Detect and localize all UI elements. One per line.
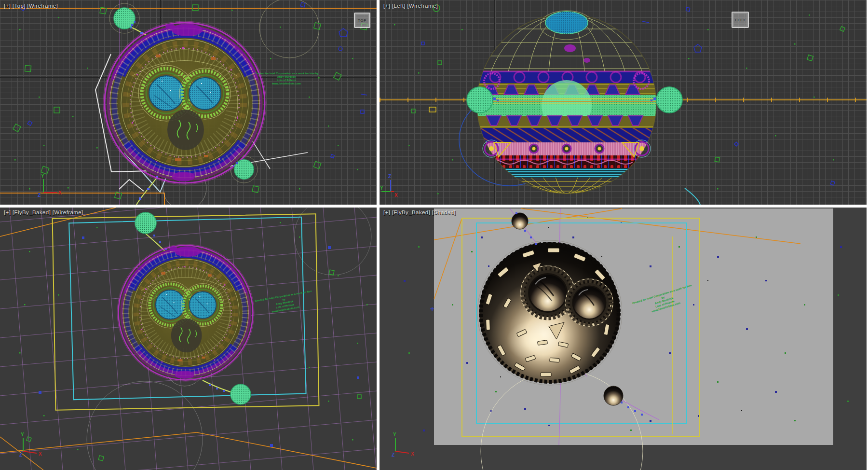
axis-tripod-icon: Z Y X <box>380 172 413 201</box>
axis-x-label: X <box>394 193 398 198</box>
viewport-left-wireframe[interactable]: [+] [Left] [Wireframe] LEFT Z Y X <box>380 0 867 205</box>
watermark-line: www.lotsofrobots.com <box>253 82 320 85</box>
axis-z-label: Z <box>19 452 22 458</box>
axis-z-label: Z <box>388 174 391 179</box>
watermark-line: Created for Intel Corporation as a work … <box>253 72 320 75</box>
viewport-label-flyby-wireframe[interactable]: [+] [FlyBy_Baked] [Wireframe] <box>4 209 83 215</box>
axis-tripod-icon: Y X Z <box>382 430 425 464</box>
axis-y-label: Y <box>21 432 24 437</box>
viewport-label-top[interactable]: [+] [Top] [Wireframe] <box>4 3 58 9</box>
viewport-label-left[interactable]: [+] [Left] [Wireframe] <box>383 3 438 9</box>
viewport-canvas: [+] [Top] [Wireframe] TOP Created for In… <box>0 0 868 472</box>
left-view-scene <box>380 0 867 205</box>
flyby-wireframe-scene <box>0 208 377 470</box>
viewcube-face-label: TOP <box>358 18 366 23</box>
axis-z-label: Z <box>392 452 394 458</box>
axis-tripod-icon: Y X Z <box>9 430 52 464</box>
viewport-flyby-wireframe[interactable]: [+] [FlyBy_Baked] [Wireframe] Created fo… <box>0 208 377 470</box>
axis-y-label: Y <box>393 432 396 437</box>
axis-x-label: X <box>58 190 62 195</box>
owl-right-eye <box>566 279 613 326</box>
helper-sphere-top <box>114 8 136 29</box>
helper-sphere-top <box>135 212 156 234</box>
axis-x-label: X <box>411 451 414 457</box>
owl-left-eye <box>521 266 575 320</box>
watermark-text: Created for Intel Corporation as a work … <box>253 72 320 85</box>
cyan-curve <box>685 188 700 205</box>
watermark-line: Lots of Robots <box>253 79 320 82</box>
helper-sphere-bottom <box>231 384 251 404</box>
sphere-station-wireframe <box>476 11 657 195</box>
axis-x-label: X <box>39 451 42 457</box>
flyby-shaded-scene <box>380 208 867 470</box>
viewport-top-wireframe[interactable]: [+] [Top] [Wireframe] TOP Created for In… <box>0 0 377 205</box>
viewcube-icon[interactable]: TOP <box>354 13 370 28</box>
viewcube-face-label: LEFT <box>735 18 746 22</box>
owl-satellite-wireframe <box>117 244 254 381</box>
viewport-label-flyby-shaded[interactable]: [+] [FlyBy_Baked] [Shaded] <box>383 209 456 215</box>
axis-tripod-icon: Y X Z <box>29 172 68 201</box>
viewport-flyby-shaded[interactable]: [+] [FlyBy_Baked] [Shaded] Created for I… <box>380 208 867 470</box>
axis-y-label: Y <box>41 173 44 179</box>
watermark-line: Andy Murdock <box>253 75 320 79</box>
axis-z-label: Z <box>38 193 41 198</box>
viewcube-icon[interactable]: LEFT <box>732 12 749 28</box>
axis-y-label: Y <box>380 185 383 191</box>
helper-sphere-bottom <box>233 160 254 179</box>
